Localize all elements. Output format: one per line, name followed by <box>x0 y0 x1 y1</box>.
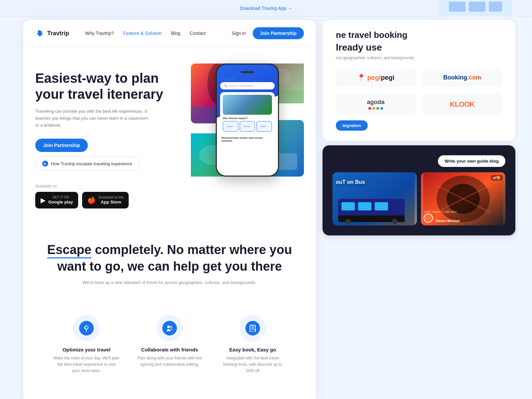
app-store-label: App Store <box>101 200 121 204</box>
svg-rect-22 <box>375 202 388 210</box>
clipboard-icon <box>249 325 256 332</box>
phone-search-placeholder: Search destination... <box>229 84 256 87</box>
app-store-text: Download on the App Store <box>98 195 123 205</box>
svg-point-15 <box>167 326 170 328</box>
escape-highlight: Escape <box>47 243 91 258</box>
blog-ui-label: ui🎨 <box>491 175 503 181</box>
app-store-button[interactable]: 🍎 Download on the App Store <box>82 192 129 208</box>
klook-text: KLOOK <box>450 100 474 109</box>
blog-stats: 9,065 Views • 5,485 likes <box>424 210 457 213</box>
blog-image-bus: ouT on Bus <box>332 172 417 225</box>
feature-optimize-icon-wrap <box>73 315 100 341</box>
people-icon <box>166 325 173 332</box>
phone-reco-label: Rekomendasi wisata saat musim kemaran <box>220 136 275 142</box>
blog-avatar <box>424 213 433 223</box>
agoda-dots <box>368 107 383 110</box>
blog-images: ouT on Bus <box>332 172 505 225</box>
phone-preview <box>439 0 512 17</box>
partners-title: lready use <box>336 42 502 53</box>
bus-text: ouT on Bus <box>336 179 365 185</box>
feature-collaborate-title: Collaborate with friends <box>136 347 203 352</box>
nav-links: Why Travtrip? Feature & Solution Blog Co… <box>85 31 221 36</box>
feature-optimize-title: Optimize your travel <box>53 347 120 352</box>
pegipegi-logo: 📍 pegipegi <box>336 68 416 87</box>
partners-intro: ne travel booking <box>336 30 502 40</box>
download-link[interactable]: Download Travtrip App → <box>240 6 293 11</box>
agoda-dot-orange <box>372 107 375 110</box>
pegipegi-text: 📍 pegipegi <box>357 73 395 81</box>
phone-app-name: TRAVNEW <box>220 77 237 81</box>
signin-button[interactable]: Sign in <box>232 31 246 36</box>
nav-blog[interactable]: Blog <box>171 31 180 36</box>
phone-notch <box>241 71 254 73</box>
hero-phone-area: TRAVNEW 🔍 Search destination... Mau libu… <box>191 64 304 177</box>
nav-why[interactable]: Why Travtrip? <box>85 31 114 36</box>
booking-text: Booking.com <box>443 74 481 81</box>
blog-image-tunnel: 9,065 Views • 5,485 likes Steven Michael… <box>421 172 505 225</box>
nav-contact[interactable]: Contact <box>190 31 205 36</box>
agoda-dot-blue <box>380 107 383 110</box>
escape-subtitle: We're level up a new standard of travel … <box>43 280 296 285</box>
svg-rect-2 <box>489 2 502 12</box>
nav-feature[interactable]: Feature & Solution <box>123 31 162 36</box>
svg-rect-20 <box>341 202 355 210</box>
feature-collaborate-desc: Plan along with your friends with live s… <box>136 355 203 368</box>
agoda-dot-pink <box>368 107 371 110</box>
svg-rect-1 <box>469 2 485 12</box>
phone-month-mar: Maret... <box>256 121 272 132</box>
escape-title: Escape completely. No matter where you w… <box>43 242 296 275</box>
phone-month-jan: Januar... <box>223 121 238 132</box>
phone-card-image <box>223 95 272 115</box>
app-store-small: Download on the <box>98 195 123 200</box>
hero-section: Easiest-way to plan your travel itenerar… <box>23 47 316 222</box>
escape-section: Escape completely. No matter where you w… <box>23 222 316 315</box>
hero-subtitle: Travelling can provide you with the best… <box>35 108 148 129</box>
hero-title: Easiest-way to plan your travel itenerar… <box>35 70 184 102</box>
partners-card: ne travel booking lready use oss geograp… <box>323 20 515 141</box>
top-banner: Download Travtrip App → <box>0 0 532 17</box>
available-label: Available on <box>35 184 184 189</box>
blog-author-name: Steven Michael <box>436 219 460 223</box>
phone-mockup: TRAVNEW 🔍 Search destination... Mau libu… <box>216 64 279 177</box>
integration-badge-wrap: tegration <box>336 115 502 131</box>
feature-collaborate-icon <box>162 321 177 335</box>
agoda-dot-green <box>376 107 379 110</box>
store-buttons: ▶ GET IT ON Google play 🍎 Download on th… <box>35 192 184 208</box>
feature-book: Easy book, Easy go Integrated with the b… <box>219 315 286 374</box>
google-play-text: GET IT ON Google play <box>48 195 73 205</box>
nav-right: Sign in Join Partnership <box>232 27 304 39</box>
phone-destination-row <box>247 144 248 160</box>
feature-collaborate-icon-wrap <box>156 315 183 341</box>
right-panel: ne travel booking lready use oss geograp… <box>323 20 515 399</box>
partner-logos: 📍 pegipegi Booking.com agoda <box>336 68 502 115</box>
partners-sub: oss geographies, cultures, and backgroun… <box>336 56 502 60</box>
join-partnership-nav-button[interactable]: Join Partnership <box>253 27 304 39</box>
navbar: Travtrip Why Travtrip? Feature & Solutio… <box>23 20 316 47</box>
how-travtrip-button[interactable]: ▶ How Travtrip escalate traveling experi… <box>35 157 139 171</box>
play-icon: ▶ <box>42 161 48 167</box>
svg-point-24 <box>345 219 351 224</box>
booking-logo: Booking.com <box>422 68 502 87</box>
klook-logo: KLOOK <box>422 93 502 115</box>
google-play-button[interactable]: ▶ GET IT ON Google play <box>35 192 78 208</box>
features-grid: Optimize your travel Make the most of yo… <box>23 315 316 388</box>
svg-rect-0 <box>449 2 466 12</box>
feature-book-icon-wrap <box>239 315 266 341</box>
phone-card-title: Mau liburan kapan? <box>223 117 272 120</box>
hero-left: Easiest-way to plan your travel itenerar… <box>35 64 184 208</box>
main-wrapper: Travtrip Why Travtrip? Feature & Solutio… <box>0 17 532 399</box>
write-blog-button[interactable]: Write your own guide blog <box>438 155 505 167</box>
phone-month-row: Januar... Februar... Maret... <box>223 121 272 132</box>
google-play-icon: ▶ <box>41 196 46 204</box>
feature-optimize-desc: Make the most of your day. We'll plan th… <box>53 355 120 374</box>
logo: Travtrip <box>35 29 69 38</box>
svg-point-16 <box>170 326 172 328</box>
feature-book-desc: Integrated with the best travel booking … <box>219 355 286 374</box>
app-store-icon: 🍎 <box>87 196 96 204</box>
logo-text: Travtrip <box>47 30 69 37</box>
feature-optimize: Optimize your travel Make the most of yo… <box>53 315 120 374</box>
feature-book-title: Easy book, Easy go <box>219 347 286 352</box>
left-card: Travtrip Why Travtrip? Feature & Solutio… <box>23 20 316 399</box>
how-travtrip-label: How Travtrip escalate traveling experien… <box>51 161 132 166</box>
join-partnership-hero-button[interactable]: Join Partnership <box>35 139 88 152</box>
